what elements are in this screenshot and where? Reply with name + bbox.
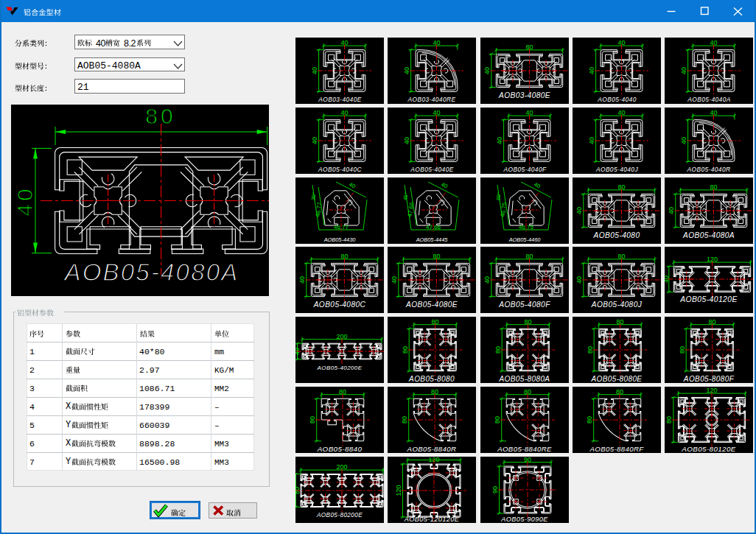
svg-text:40: 40 <box>391 276 398 284</box>
svg-text:AOB05-9090E: AOB05-9090E <box>500 516 548 523</box>
svg-text:AOB03-4040RE: AOB03-4040RE <box>407 96 456 103</box>
svg-text:AOB05-4080: AOB05-4080 <box>593 231 640 239</box>
svg-text:AOB05-4040A: AOB05-4040A <box>687 96 730 103</box>
svg-text:AOB05-8840RE: AOB05-8840RE <box>497 445 552 453</box>
svg-text:AOB05-4080E: AOB05-4080E <box>405 301 458 309</box>
svg-text:40: 40 <box>680 67 687 74</box>
svg-text:40: 40 <box>483 67 491 74</box>
svg-text:AOB05-4445: AOB05-4445 <box>416 236 449 243</box>
svg-text:80: 80 <box>586 416 593 424</box>
svg-text:AOB05-4080A: AOB05-4080A <box>63 259 239 286</box>
svg-text:AOB03-4080E: AOB03-4080E <box>498 91 550 99</box>
svg-text:80: 80 <box>402 346 409 354</box>
svg-text:30°: 30° <box>310 192 317 201</box>
svg-text:40: 40 <box>588 137 595 144</box>
svg-text:40: 40 <box>483 276 491 284</box>
svg-text:40: 40 <box>311 67 318 74</box>
svg-text:AOB05-80120E: AOB05-80120E <box>681 445 735 453</box>
svg-text:40: 40 <box>680 137 687 144</box>
svg-text:AOB05-120120E: AOB05-120120E <box>404 516 460 523</box>
svg-text:45°: 45° <box>402 192 409 201</box>
svg-text:46.75: 46.75 <box>500 201 508 217</box>
svg-text:AOB05-8080: AOB05-8080 <box>408 375 455 383</box>
svg-text:40: 40 <box>403 67 410 74</box>
svg-text:AOB05-8840RF: AOB05-8840RF <box>589 445 644 453</box>
svg-text:80: 80 <box>401 416 408 424</box>
svg-text:AOB05-40200E: AOB05-40200E <box>317 365 363 371</box>
svg-text:46.77: 46.77 <box>315 201 323 217</box>
svg-text:80: 80 <box>494 346 502 354</box>
svg-text:60°: 60° <box>495 192 502 201</box>
svg-text:40: 40 <box>298 276 306 284</box>
svg-text:AOB05-8080A: AOB05-8080A <box>499 375 550 383</box>
svg-text:80: 80 <box>665 416 673 424</box>
svg-text:AOB05-4040F: AOB05-4040F <box>503 166 547 173</box>
svg-text:47.66: 47.66 <box>407 201 416 217</box>
svg-text:AOB05-40120E: AOB05-40120E <box>679 295 738 303</box>
svg-text:AOB05-80200E: AOB05-80200E <box>316 512 363 519</box>
svg-text:AOB03-4040E: AOB03-4040E <box>318 96 361 103</box>
svg-text:90: 90 <box>491 486 499 493</box>
svg-text:AOB05-4080C: AOB05-4080C <box>313 301 366 309</box>
svg-text:80: 80 <box>679 346 686 354</box>
svg-text:80: 80 <box>309 416 316 424</box>
svg-text:AOB05-4040: AOB05-4040 <box>597 96 636 103</box>
svg-text:120: 120 <box>395 485 402 496</box>
svg-text:AOB05-4040J: AOB05-4040J <box>595 166 638 173</box>
svg-text:AOB05-4080J: AOB05-4080J <box>591 301 643 309</box>
svg-text:AOB05-8080F: AOB05-8080F <box>683 375 735 383</box>
svg-text:AOB05-8080E: AOB05-8080E <box>591 375 643 383</box>
svg-text:AOB05-4040E: AOB05-4040E <box>410 166 453 173</box>
svg-text:AOB05-4040C: AOB05-4040C <box>318 166 362 173</box>
svg-text:80: 80 <box>587 346 594 354</box>
svg-text:AOB05-4430: AOB05-4430 <box>323 236 357 243</box>
svg-text:40: 40 <box>668 207 675 214</box>
svg-text:80: 80 <box>494 416 501 424</box>
svg-text:40: 40 <box>311 137 318 144</box>
svg-text:40: 40 <box>496 137 503 144</box>
svg-text:AOB05-4080F: AOB05-4080F <box>498 301 550 309</box>
svg-text:AOB05-8840R: AOB05-8840R <box>407 445 457 453</box>
svg-text:AOB05-8840: AOB05-8840 <box>317 445 363 453</box>
svg-text:40: 40 <box>575 207 583 214</box>
svg-text:40: 40 <box>575 276 583 284</box>
svg-text:AOB05-4460: AOB05-4460 <box>508 236 542 243</box>
svg-text:AOB05-4080A: AOB05-4080A <box>682 231 735 239</box>
svg-text:40: 40 <box>403 137 410 144</box>
svg-text:40: 40 <box>13 186 37 216</box>
svg-text:40: 40 <box>588 67 595 74</box>
svg-text:80: 80 <box>145 105 175 128</box>
svg-text:AOB05-4040R: AOB05-4040R <box>687 166 731 173</box>
